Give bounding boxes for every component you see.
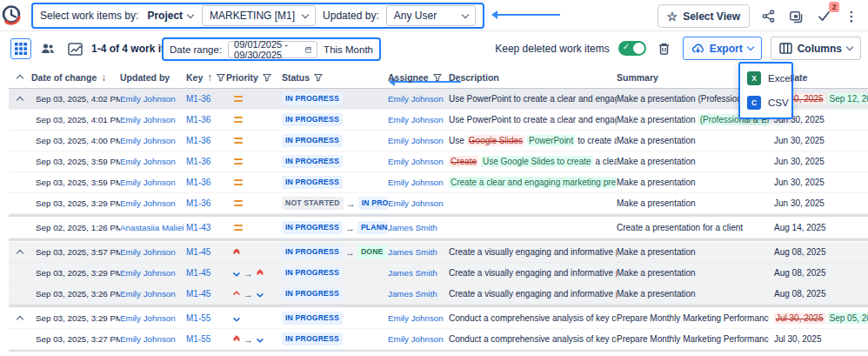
export-menu-item-excel[interactable]: XExcel	[747, 71, 785, 85]
notification-badge: 2	[829, 2, 839, 12]
updated-by-cell[interactable]: Emily Johnson	[120, 178, 186, 187]
table-row[interactable]: Sep 03, 2025, 3:29 PMEmily JohnsonM1-45→…	[9, 263, 868, 284]
filter-icon[interactable]	[314, 73, 323, 82]
assignee-cell[interactable]: James Smith	[388, 247, 449, 257]
assignee-cell[interactable]: Emily Johnson	[388, 115, 449, 124]
work-item-key-cell[interactable]: M1-45	[186, 289, 226, 299]
tasks-button[interactable]: 2	[814, 7, 833, 26]
assignee-cell[interactable]: Emily Johnson	[388, 94, 449, 104]
updated-by-cell[interactable]: Emily Johnson	[120, 157, 186, 166]
work-item-key-cell[interactable]: M1-36	[186, 115, 226, 124]
this-month-button[interactable]: This Month	[324, 44, 373, 55]
due-date-segment-del: Jul 30, 2025	[774, 312, 825, 324]
column-header-label: Status	[282, 72, 310, 83]
export-button[interactable]: Export	[683, 37, 762, 60]
updated-by-cell[interactable]: Anastasiia Maliei	[120, 223, 186, 232]
export-menu-item-csv[interactable]: CCSV	[747, 96, 785, 110]
work-item-key-cell[interactable]: M1-45	[186, 268, 226, 278]
table-row[interactable]: Sep 03, 2025, 3:27 PMEmily JohnsonM1-55→…	[9, 329, 868, 350]
work-item-key-cell[interactable]: M1-43	[186, 223, 226, 232]
updated-by-cell[interactable]: Emily Johnson	[120, 198, 186, 208]
assignee-cell[interactable]: Emily Johnson	[388, 198, 449, 208]
sort-down-icon[interactable]: ↓	[101, 71, 106, 84]
collapse-group-chevron-icon[interactable]	[17, 250, 23, 256]
columns-button[interactable]: Columns	[771, 37, 861, 60]
date-range-input[interactable]: 09/01/2025 - 09/30/2025	[228, 41, 317, 58]
updated-by-cell[interactable]: Emily Johnson	[120, 94, 186, 104]
column-header-status[interactable]: Status	[282, 72, 388, 83]
keep-deleted-toggle[interactable]: ✓	[618, 41, 646, 56]
work-item-key-cell[interactable]: M1-55	[186, 334, 226, 344]
filter-icon[interactable]	[217, 73, 225, 82]
table-row[interactable]: Sep 03, 2025, 4:00 PMEmily JohnsonM1-36I…	[9, 131, 868, 151]
priority-low-icon	[257, 335, 264, 342]
project-dropdown[interactable]: MARKETING [M1]	[202, 5, 316, 26]
sort-up-icon[interactable]: ↑	[207, 71, 212, 84]
column-header-description[interactable]: Description	[449, 72, 617, 83]
assignee-cell[interactable]: James Smith	[388, 268, 449, 278]
chart-view-button[interactable]	[64, 38, 85, 59]
date-range-value: 09/01/2025 - 09/30/2025	[234, 39, 299, 60]
updated-by-cell[interactable]: Emily Johnson	[120, 247, 186, 257]
select-view-button[interactable]: ☆ Select View	[658, 4, 750, 28]
open-window-button[interactable]	[786, 7, 805, 26]
column-header-collapse[interactable]	[9, 73, 31, 81]
work-item-key-cell[interactable]: M1-36	[186, 198, 226, 208]
transition-arrow-icon: →	[244, 334, 253, 345]
assignee-cell[interactable]: Emily Johnson	[388, 313, 449, 323]
updated-by-cell[interactable]: Emily Johnson	[120, 313, 186, 323]
excel-icon: X	[747, 71, 761, 85]
assignee-cell[interactable]: James Smith	[388, 223, 449, 232]
people-view-button[interactable]	[37, 38, 58, 59]
column-header-label: Priority	[226, 72, 258, 83]
column-header-date[interactable]: Date of change↓	[31, 71, 120, 84]
description-segment-n: Create a visually engaging and informati…	[449, 289, 617, 299]
work-item-key-cell[interactable]: M1-36	[186, 157, 226, 166]
column-header-assignee[interactable]: Assignee	[388, 72, 449, 83]
due-date-cell: Jun 30, 2025	[769, 198, 868, 208]
filter-icon	[433, 73, 442, 82]
column-header-updated_by[interactable]: Updated by	[120, 72, 186, 83]
updated-by-cell[interactable]: Emily Johnson	[120, 289, 186, 299]
assignee-cell[interactable]: Emily Johnson	[388, 136, 449, 145]
collapse-group-chevron-icon[interactable]	[17, 316, 23, 322]
updated-by-cell[interactable]: Emily Johnson	[120, 268, 186, 278]
table-row[interactable]: Sep 03, 2025, 3:59 PMEmily JohnsonM1-36I…	[9, 151, 868, 172]
filter-icon[interactable]	[263, 73, 271, 82]
updated-by-cell[interactable]: Emily Johnson	[120, 136, 186, 145]
assignee-cell[interactable]: Emily Johnson	[388, 157, 449, 166]
more-menu-button[interactable]: ⋮	[842, 7, 861, 26]
table-row[interactable]: Sep 03, 2025, 3:59 PMEmily JohnsonM1-36I…	[9, 172, 868, 193]
trash-icon	[658, 42, 671, 56]
table-row[interactable]: Sep 03, 2025, 3:57 PMEmily JohnsonM1-45I…	[9, 242, 868, 263]
table-row[interactable]: Sep 02, 2025, 1:26 PMAnastasiia MalieiM1…	[9, 218, 868, 238]
table-row[interactable]: Sep 03, 2025, 3:29 PMEmily JohnsonM1-36N…	[9, 193, 868, 214]
column-header-priority[interactable]: Priority	[226, 72, 282, 83]
column-header-key[interactable]: Key↑	[186, 71, 226, 84]
assignee-cell[interactable]: Emily Johnson	[388, 178, 449, 187]
date-of-change-cell: Sep 03, 2025, 3:57 PM	[31, 247, 120, 257]
delete-button[interactable]	[655, 39, 674, 58]
table-row[interactable]: Sep 03, 2025, 3:29 PMEmily JohnsonM1-55I…	[9, 308, 868, 329]
updated-by-cell[interactable]: Emily Johnson	[120, 115, 186, 124]
collapse-all-chevron-icon[interactable]	[17, 75, 23, 81]
chevron-down-icon	[746, 44, 753, 50]
table-view-button[interactable]	[10, 38, 31, 59]
updated-by-cell[interactable]: Emily Johnson	[120, 334, 186, 344]
work-item-key-cell[interactable]: M1-36	[186, 94, 226, 104]
chevron-down-icon	[187, 10, 194, 17]
assignee-cell[interactable]: Emily Johnson	[388, 334, 449, 344]
assignee-cell[interactable]: James Smith	[388, 289, 449, 299]
share-button[interactable]	[758, 7, 778, 26]
work-item-key-cell[interactable]: M1-36	[186, 178, 226, 187]
collapse-group-chevron-icon[interactable]	[17, 97, 23, 103]
mode-dropdown[interactable]: Project	[145, 10, 195, 22]
work-item-key-cell[interactable]: M1-45	[186, 247, 226, 257]
user-dropdown[interactable]: Any User	[386, 5, 476, 26]
table-row[interactable]: Sep 03, 2025, 3:26 PMEmily JohnsonM1-45→…	[9, 284, 868, 305]
due-date-segment-n: Jun 30, 2025	[774, 157, 825, 166]
work-item-key-cell[interactable]: M1-55	[186, 313, 226, 323]
priority-cell	[226, 158, 282, 165]
work-item-key-cell[interactable]: M1-36	[186, 136, 226, 145]
filter-icon[interactable]	[433, 73, 442, 82]
